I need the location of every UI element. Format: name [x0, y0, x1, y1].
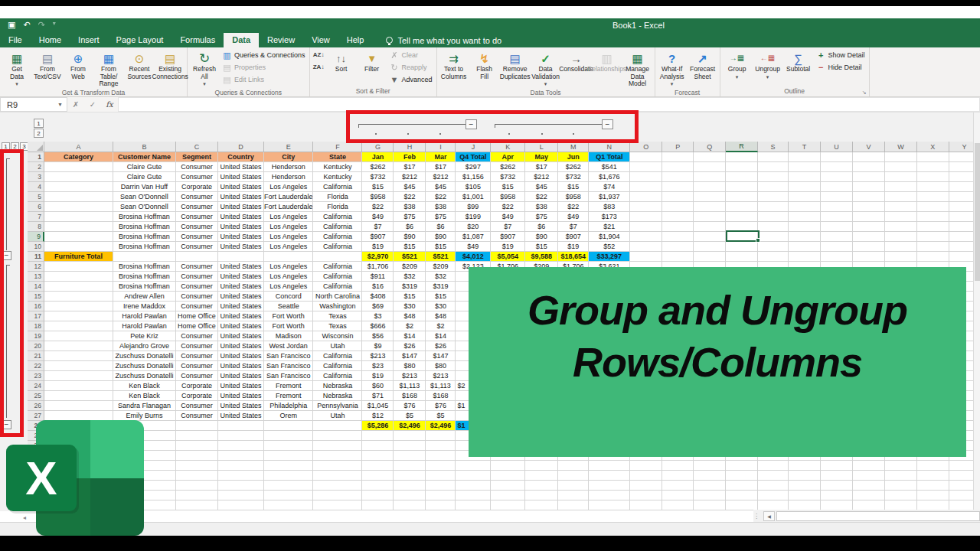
subtotal-button[interactable]: Subtotal	[783, 49, 814, 73]
cell-D3[interactable]: United States	[218, 172, 264, 182]
cell-L4[interactable]: $45	[525, 182, 558, 192]
cell-D8[interactable]: United States	[218, 222, 264, 232]
cell-I21[interactable]: $147	[426, 351, 456, 361]
from-table--range-button[interactable]: From Table/Range	[93, 49, 124, 88]
cell-D23[interactable]: United States	[218, 371, 264, 381]
cell-D29[interactable]	[218, 431, 264, 441]
cell-G10[interactable]: $19	[362, 242, 394, 252]
cell-H24[interactable]: $1,113	[394, 381, 426, 391]
cell-C12[interactable]: Consumer	[176, 262, 218, 272]
cell-C22[interactable]: Consumer	[176, 361, 218, 371]
cell-B13[interactable]: Brosina Hoffman	[113, 272, 176, 282]
cell-K11[interactable]: $5,054	[491, 252, 525, 262]
row-header-20[interactable]: 20	[28, 341, 44, 351]
cell-B1[interactable]: Customer Name	[113, 152, 176, 162]
cell-I24[interactable]: $1,113	[426, 381, 456, 391]
cell-X34[interactable]	[917, 481, 949, 491]
name-box[interactable]: R9 ▼	[0, 97, 67, 112]
cell-W2[interactable]	[885, 162, 917, 172]
cell-S8[interactable]	[758, 222, 789, 232]
cell-O7[interactable]	[630, 212, 662, 222]
cell-H13[interactable]: $32	[394, 272, 426, 282]
cell-L32[interactable]	[525, 461, 558, 471]
cell-I12[interactable]: $209	[426, 262, 456, 272]
cell-R33[interactable]	[726, 471, 758, 481]
show-detail-button[interactable]: Show Detail	[814, 49, 867, 61]
scroll-left-icon[interactable]: ◀	[763, 511, 775, 521]
cell-P35[interactable]	[662, 491, 694, 500]
cell-P5[interactable]	[662, 192, 694, 202]
cell-F2[interactable]: Kentucky	[313, 162, 362, 172]
cell-C13[interactable]: Consumer	[176, 272, 218, 282]
cell-J10[interactable]: $49	[456, 242, 491, 252]
cell-K32[interactable]	[491, 461, 525, 471]
cell-C31[interactable]	[176, 451, 218, 461]
row-header-9[interactable]: 9	[28, 232, 44, 242]
cell-D33[interactable]	[218, 471, 264, 481]
cell-I8[interactable]: $6	[426, 222, 456, 232]
cell-D32[interactable]	[218, 461, 264, 471]
cell-M32[interactable]	[558, 461, 589, 471]
cell-M10[interactable]: $19	[558, 242, 589, 252]
cell-E35[interactable]	[264, 491, 314, 500]
cell-E26[interactable]: Philadelphia	[264, 401, 314, 411]
cell-X6[interactable]	[917, 202, 949, 212]
cell-L6[interactable]: $38	[525, 202, 558, 212]
column-header-w[interactable]: W	[885, 142, 917, 152]
cell-T1[interactable]	[789, 152, 821, 162]
cell-H28[interactable]: $2,496	[394, 421, 426, 431]
cell-E15[interactable]: Concord	[264, 292, 314, 302]
cell-F22[interactable]: California	[313, 361, 362, 371]
cell-P11[interactable]	[662, 252, 694, 262]
cell-Q4[interactable]	[694, 182, 726, 192]
row-header-25[interactable]: 25	[28, 391, 44, 401]
cell-J2[interactable]: $297	[456, 162, 491, 172]
cell-S4[interactable]	[758, 182, 789, 192]
cell-B4[interactable]: Darrin Van Huff	[113, 182, 176, 192]
cell-G32[interactable]	[362, 461, 394, 471]
column-header-p[interactable]: P	[662, 142, 694, 152]
cell-C18[interactable]: Home Office	[176, 321, 218, 331]
cell-G30[interactable]	[362, 441, 394, 451]
cell-M1[interactable]: Jun	[558, 152, 589, 162]
cell-C15[interactable]: Consumer	[176, 292, 218, 302]
cell-N4[interactable]: $74	[589, 182, 630, 192]
cell-A13[interactable]	[44, 272, 113, 282]
cell-F18[interactable]: Texas	[313, 321, 362, 331]
cell-I11[interactable]: $521	[426, 252, 456, 262]
cell-G2[interactable]: $262	[362, 162, 394, 172]
vertical-scrollbar[interactable]	[973, 112, 980, 510]
cell-S11[interactable]	[758, 252, 789, 262]
cell-C26[interactable]: Consumer	[176, 401, 218, 411]
cell-M4[interactable]: $15	[558, 182, 589, 192]
cell-N3[interactable]: $1,676	[589, 172, 630, 182]
cell-A20[interactable]	[44, 341, 113, 351]
row-header-26[interactable]: 26	[28, 401, 44, 411]
cell-W9[interactable]	[885, 232, 917, 242]
cell-T34[interactable]	[789, 481, 821, 491]
filter-button[interactable]: Filter	[357, 49, 387, 73]
cell-F32[interactable]	[313, 461, 362, 471]
cell-I13[interactable]: $32	[426, 272, 456, 282]
row-header-6[interactable]: 6	[28, 202, 44, 212]
cell-I9[interactable]: $90	[426, 232, 456, 242]
cell-K10[interactable]: $19	[491, 242, 525, 252]
cell-H32[interactable]	[394, 461, 426, 471]
cell-A7[interactable]	[44, 212, 113, 222]
cell-G33[interactable]	[362, 471, 394, 481]
cell-K6[interactable]: $22	[491, 202, 525, 212]
cell-M2[interactable]: $262	[558, 162, 589, 172]
cell-V35[interactable]	[853, 491, 885, 500]
cell-K1[interactable]: Apr	[491, 152, 525, 162]
cell-V5[interactable]	[853, 192, 885, 202]
cell-F34[interactable]	[313, 481, 362, 491]
cell-F28[interactable]	[313, 421, 362, 431]
advanced-button[interactable]: Advanced	[387, 73, 435, 86]
cell-E33[interactable]	[264, 471, 314, 481]
cell-W10[interactable]	[885, 242, 917, 252]
cell-C8[interactable]: Consumer	[176, 222, 218, 232]
cell-T9[interactable]	[789, 232, 821, 242]
cell-E18[interactable]: Fort Worth	[264, 321, 314, 331]
cell-X33[interactable]	[917, 471, 949, 481]
cell-A4[interactable]	[44, 182, 113, 192]
